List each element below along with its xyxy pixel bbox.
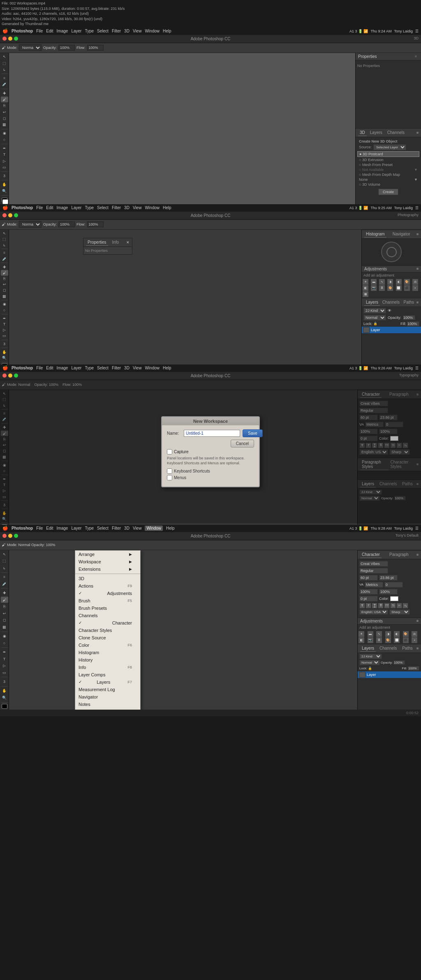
- adj-1-4[interactable]: ☀: [359, 631, 364, 637]
- lang-select-4[interactable]: English: USA: [359, 609, 388, 615]
- tool-3d-1[interactable]: 3: [1, 173, 8, 179]
- bold-btn-4[interactable]: T: [359, 603, 365, 609]
- tool-bg-color-1[interactable]: [2, 199, 8, 204]
- menu-view-4[interactable]: View: [133, 526, 142, 530]
- minimize-btn-2[interactable]: [8, 213, 12, 217]
- tool-clone-4[interactable]: ⎘: [1, 603, 8, 610]
- 3d-depth-map-1[interactable]: ○ Mesh From Depth Map: [357, 172, 419, 177]
- menu-help-2[interactable]: Help: [163, 205, 171, 210]
- menu-image-3[interactable]: Image: [57, 366, 68, 370]
- 3d-none-1[interactable]: None▼: [357, 177, 419, 182]
- tab-navigator-2[interactable]: Navigator: [391, 231, 412, 237]
- tab-channels-4[interactable]: Channels: [378, 645, 398, 651]
- menu-type-1[interactable]: Type: [85, 29, 94, 33]
- app-name-4[interactable]: Photoshop: [12, 526, 33, 530]
- strike-btn-4[interactable]: T̶: [378, 603, 384, 609]
- sys-menu-icon-4[interactable]: ☰: [415, 526, 419, 530]
- tool-hand-2[interactable]: ✋: [1, 349, 8, 355]
- leading-4[interactable]: [379, 575, 398, 581]
- tab-paragraph-4[interactable]: Paragraph: [388, 551, 410, 558]
- panel-menu-hist-2[interactable]: ≡: [416, 232, 419, 236]
- menu-type-3[interactable]: Type: [85, 366, 94, 370]
- menu-notes-4[interactable]: Notes: [75, 701, 140, 708]
- tab-paths-2[interactable]: Paths: [402, 299, 416, 305]
- menu-adjustments-4[interactable]: Adjustments: [75, 590, 140, 597]
- opacity-input-2[interactable]: [58, 221, 75, 227]
- layer-row-4[interactable]: Layer: [358, 671, 421, 678]
- tool-move-1[interactable]: ↖: [1, 54, 8, 60]
- menu-filter-1[interactable]: Filter: [112, 29, 121, 33]
- dialog-save-btn-3[interactable]: Save: [243, 429, 263, 437]
- sub-btn-4[interactable]: T₁: [402, 603, 408, 609]
- 3d-extrusion-1[interactable]: ○ 3D Extrusion: [357, 157, 419, 162]
- tool-text-4[interactable]: T: [1, 656, 8, 662]
- adj-13-4[interactable]: ⬛: [403, 637, 409, 643]
- menu-workspace-4[interactable]: Workspace ▶: [75, 558, 140, 565]
- adj-gradient-2[interactable]: ▦: [363, 291, 368, 297]
- close-btn-3[interactable]: [2, 374, 7, 378]
- layer-lock-icon-2[interactable]: 🔒: [373, 322, 377, 325]
- maximize-btn-1[interactable]: [14, 37, 18, 41]
- tool-select-1[interactable]: ⬚: [1, 60, 8, 66]
- underline-btn-4[interactable]: T̲: [372, 603, 377, 609]
- tool-dodge-4[interactable]: ○: [1, 640, 8, 646]
- menu-layer-4[interactable]: Layer: [71, 526, 81, 530]
- menu-char-styles-4[interactable]: Character Styles: [75, 627, 140, 634]
- menu-file-4[interactable]: File: [36, 526, 43, 530]
- font-size-4[interactable]: [359, 575, 378, 581]
- adj-2-4[interactable]: ▬: [368, 631, 373, 637]
- menu-window-3[interactable]: Window: [145, 366, 160, 370]
- adj-brightness-2[interactable]: ☀: [363, 279, 368, 285]
- horiz-scale-4[interactable]: [379, 589, 398, 595]
- blend-mode-select-1[interactable]: Normal: [19, 44, 42, 51]
- tool-eyedropper-1[interactable]: 💉: [1, 81, 8, 87]
- layer-opacity-input-2[interactable]: [403, 315, 415, 320]
- tool-eyedropper-2[interactable]: 💉: [1, 256, 8, 261]
- tool-heal-1[interactable]: ✚: [1, 90, 8, 96]
- menu-edit-3[interactable]: Edit: [46, 366, 53, 370]
- adj-3-4[interactable]: ∿: [376, 631, 382, 637]
- adj-12-4[interactable]: ⬜: [394, 637, 400, 643]
- menu-image-4[interactable]: Image: [57, 526, 68, 530]
- tool-crop-1[interactable]: ⌗: [1, 75, 8, 81]
- close-btn-4[interactable]: [2, 534, 7, 538]
- menu-layer-2[interactable]: Layer: [71, 205, 81, 210]
- adj-hsb-2[interactable]: 🎨: [404, 279, 410, 285]
- menu-3d-3[interactable]: 3D: [124, 366, 130, 370]
- kerning-4[interactable]: [365, 582, 383, 588]
- menu-paragraph-4[interactable]: Paragraph: [75, 708, 140, 710]
- menu-arrange-4[interactable]: Arrange ▶: [75, 551, 140, 558]
- vert-scale-4[interactable]: [359, 589, 378, 595]
- menu-history-4[interactable]: History: [75, 656, 140, 664]
- layer-blend-4[interactable]: Normal: [359, 660, 380, 665]
- tool-3d-2[interactable]: 3: [1, 341, 8, 346]
- menu-info-4[interactable]: Info F8: [75, 664, 140, 671]
- adj-10-4[interactable]: 🎚: [376, 637, 382, 643]
- tab-layers-4[interactable]: Layers: [360, 645, 376, 652]
- color-swatch-4[interactable]: [390, 596, 398, 601]
- char-panel-menu-4[interactable]: ≡: [416, 553, 419, 557]
- tool-pen-1[interactable]: ✒: [1, 145, 8, 151]
- minimize-btn-4[interactable]: [8, 534, 12, 538]
- aa-select-4[interactable]: Sharp: [389, 609, 410, 615]
- tab-channels-2[interactable]: Channels: [381, 299, 401, 305]
- adj-colorbalance-2[interactable]: ⚖: [412, 279, 418, 285]
- menu-navigator-4[interactable]: Navigator: [75, 693, 140, 701]
- menu-type-4[interactable]: Type: [85, 526, 94, 530]
- maximize-btn-4[interactable]: [14, 534, 18, 538]
- minimize-btn-3[interactable]: [8, 374, 12, 378]
- tool-gradient-2[interactable]: ▦: [1, 293, 8, 299]
- tool-lasso-2[interactable]: ʟ: [1, 242, 8, 247]
- menu-select-2[interactable]: Select: [97, 205, 109, 210]
- tool-history-1[interactable]: ↩: [1, 109, 8, 115]
- 3d-source-select-1[interactable]: Selected Layer(s): [373, 144, 406, 150]
- flow-input-1[interactable]: [87, 45, 104, 51]
- menu-window-1[interactable]: Window: [145, 29, 160, 33]
- app-name-3[interactable]: Photoshop: [12, 366, 33, 370]
- blend-mode-select-2[interactable]: Normal: [19, 221, 42, 228]
- fill-input-4[interactable]: [408, 666, 419, 671]
- tool-dodge-1[interactable]: ○: [1, 137, 8, 143]
- tool-shape-4[interactable]: ▭: [1, 669, 8, 676]
- tool-text-1[interactable]: T: [1, 152, 8, 157]
- tool-clone-2[interactable]: ⎘: [1, 276, 8, 281]
